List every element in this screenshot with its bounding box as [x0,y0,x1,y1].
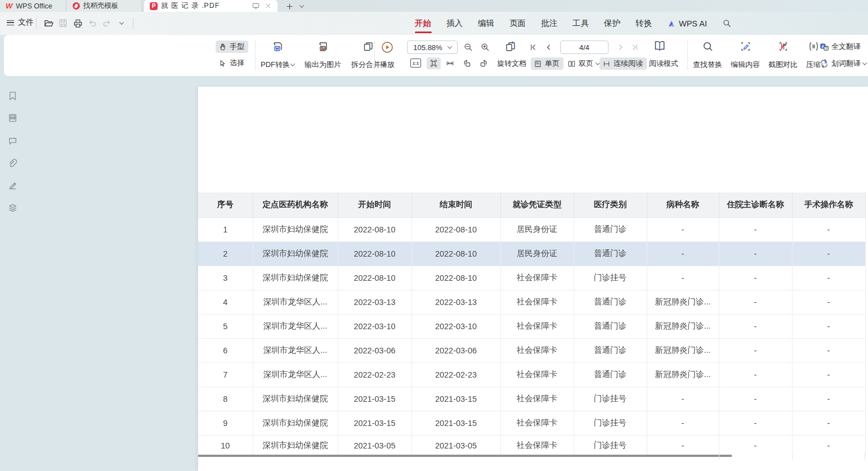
menu-search-button[interactable] [722,12,732,35]
redo-icon [102,18,112,28]
undo-icon [87,18,97,28]
fit-width-button[interactable] [445,59,455,68]
table-cell: 2 [198,241,253,266]
tab-label: 找稻壳模板 [83,1,119,11]
rotate-pages-button[interactable] [504,41,517,54]
rotate-doc-button[interactable]: 旋转文档 [497,59,526,69]
ribbon-toolbar: 手型 选择 PDF转换 输出为图片 拆分合并 播放 105.88% [4,35,868,76]
fit-width-icon [445,59,455,68]
table-cell: - [792,387,865,411]
edit-content-icon [740,41,751,52]
pdf-convert-button[interactable]: PDF转换 [261,39,294,70]
page-number-input[interactable]: 4/4 [560,41,609,54]
annotate-pen-icon [7,180,18,191]
table-cell: - [719,435,792,456]
menu-item-comment[interactable]: 批注 [541,12,557,35]
full-translate-icon: A字 [819,42,829,52]
screenshot-compare-button[interactable]: 截图对比 [768,39,798,70]
tab-list-button[interactable] [297,1,307,11]
tab-wps-home[interactable]: W WPS Office [0,0,66,12]
table-cell: - [792,435,865,456]
fit-page-button[interactable] [427,57,441,69]
menu-item-edit[interactable]: 编辑 [478,12,494,35]
table-cell: 2021-03-05 [411,435,500,456]
table-header-cell: 手术操作名称 [792,192,865,217]
table-cell: 深圳市妇幼保健院 [253,387,338,411]
edit-content-button[interactable]: 编辑内容 [731,39,760,70]
thumbnails-panel-button[interactable] [7,113,18,123]
single-page-button[interactable]: 单页 [531,57,563,70]
table-cell: 普通门诊 [574,241,647,266]
table-cell: - [792,338,865,362]
split-merge-icon [362,41,374,53]
hand-tool-button[interactable]: 手型 [216,41,248,53]
zoom-out-button[interactable] [463,42,473,52]
table-header-cell: 开始时间 [338,192,411,217]
file-menu-button[interactable]: 文件 [7,17,34,28]
table-cell: 普通门诊 [574,314,647,338]
zoom-in-button[interactable] [480,42,490,52]
quickbar-more-button[interactable] [116,17,127,29]
rotate-left-button[interactable] [462,59,472,68]
chevron-down-icon [447,44,451,48]
bookmarks-panel-button[interactable] [7,91,18,101]
word-translate-button[interactable]: A文 划词翻译 [819,59,866,69]
save-icon [58,18,68,28]
print-button[interactable] [72,17,83,29]
prev-page-icon [544,43,553,52]
pdf-page-canvas[interactable]: 序号定点医药机构名称开始时间结束时间就诊凭证类型医疗类别病种名称住院主诊断名称手… [198,87,868,471]
find-replace-button[interactable]: 查找替换 [693,39,722,70]
attachments-panel-button[interactable] [7,158,18,169]
save-button[interactable] [57,17,69,29]
full-translate-button[interactable]: A字 全文翻译 [819,42,861,52]
table-cell: 2022-02-23 [338,362,411,387]
window-tab-bar: W WPS Office 找稻壳模板 P 就 医 记 录 .PDF [0,0,868,12]
new-tab-button[interactable] [284,1,294,11]
table-row: 7深圳市龙华区人...2022-02-232022-02-23社会保障卡普通门诊… [198,362,865,387]
read-mode-label[interactable]: 阅读模式 [649,59,678,69]
zoom-level-select[interactable]: 105.88% [407,41,458,54]
redo-button[interactable] [101,17,113,29]
tab-document-pdf[interactable]: P 就 医 记 录 .PDF [144,0,278,12]
layers-panel-button[interactable] [7,203,18,213]
comments-panel-button[interactable] [7,136,18,146]
menu-item-home[interactable]: 开始 [415,12,431,35]
annotate-panel-button[interactable] [7,180,18,191]
play-label: 播放 [380,60,395,70]
first-page-button[interactable] [529,43,538,52]
next-page-button[interactable] [616,43,625,52]
prev-page-button[interactable] [544,43,553,52]
tab-docer-templates[interactable]: 找稻壳模板 [67,0,142,12]
rotate-right-button[interactable] [479,59,489,68]
menu-item-protect[interactable]: 保护 [604,12,620,35]
table-cell: 7 [198,362,253,387]
read-mode-button[interactable] [652,39,667,53]
play-button[interactable]: 播放 [380,39,395,70]
open-file-button[interactable] [43,17,54,29]
bookmark-icon [7,91,18,101]
table-cell: 2021-03-15 [411,411,500,435]
find-replace-icon [702,41,714,52]
table-cell: 普通门诊 [574,338,647,362]
select-tool-button[interactable]: 选择 [216,57,248,69]
table-row: 4深圳市龙华区人...2022-03-132022-03-13社会保障卡普通门诊… [198,290,865,314]
undo-button[interactable] [87,17,98,29]
menu-item-tools[interactable]: 工具 [572,12,589,35]
close-tab-icon[interactable] [265,2,272,10]
docer-icon [73,2,80,10]
actual-size-button[interactable]: 1:1 [410,59,421,68]
export-image-button[interactable]: 输出为图片 [305,39,341,70]
table-cell: 6 [198,338,253,362]
double-page-button[interactable]: 双页 [565,57,603,70]
continuous-read-button[interactable]: 连续阅读 [599,57,647,70]
table-cell: 新冠肺炎门诊... [647,362,719,387]
menu-item-convert[interactable]: 转换 [636,12,652,35]
menu-item-page[interactable]: 页面 [509,12,526,35]
monitor-icon[interactable] [252,2,260,10]
menu-item-insert[interactable]: 插入 [446,12,463,35]
last-page-button[interactable] [630,43,639,52]
first-page-icon [529,43,538,52]
table-cell: - [719,362,792,387]
table-cell: 社会保障卡 [500,387,574,411]
menu-item-wps-ai[interactable]: WPS AI [667,12,707,35]
